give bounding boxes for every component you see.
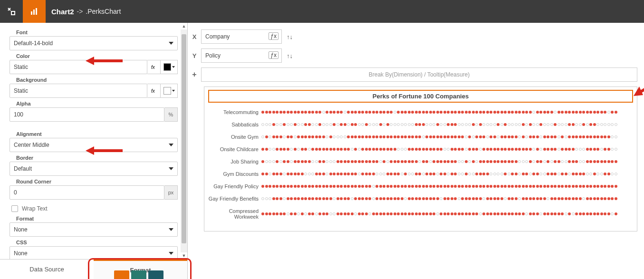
chart-row: Gay Friendly Policy: [208, 183, 633, 189]
background-swatch-picker[interactable]: [161, 84, 178, 98]
css-select[interactable]: None: [10, 246, 178, 259]
bottom-dock-icons: [114, 270, 163, 279]
wraptext-checkbox-row[interactable]: Wrap Text: [11, 205, 178, 212]
properties-scrollbar[interactable]: ▲ ▼: [181, 23, 187, 259]
background-label: Background: [16, 77, 178, 83]
roundcorner-label: Round Corner: [16, 179, 178, 184]
tab-data-source[interactable]: Data Source: [0, 260, 94, 279]
tools-icon[interactable]: [0, 0, 23, 23]
chart-row: Job Sharing: [208, 159, 633, 164]
chart-dots: [261, 197, 633, 200]
svg-rect-3: [36, 8, 37, 15]
wraptext-label: Wrap Text: [22, 205, 48, 212]
chart-row: Onsite Childcare: [208, 146, 633, 152]
color-fx-button[interactable]: fx: [147, 60, 161, 74]
chart-class-header: .PerksChart: [86, 8, 121, 15]
chart-dots: [261, 160, 633, 163]
chart-canvas-panel: X Companyƒx ↑↓ Y Policyƒx ↑↓ + Break By(…: [188, 23, 644, 279]
border-label: Border: [16, 155, 178, 161]
chart-title[interactable]: Perks of Fortune 100 Companies: [208, 90, 633, 103]
format-label: Format: [16, 216, 178, 221]
color-select[interactable]: Static: [10, 60, 147, 74]
x-axis-label: X: [188, 33, 201, 40]
color-swatch-white: [163, 87, 171, 95]
chart-row: Telecommuting: [208, 109, 633, 115]
chevron-down-icon: [169, 167, 173, 170]
fx-icon[interactable]: ƒx: [269, 32, 279, 40]
dock-icon-2[interactable]: [131, 270, 146, 279]
chart-dots: [261, 185, 633, 188]
chart-dots: [261, 135, 633, 138]
background-select[interactable]: Static: [10, 84, 147, 98]
color-swatch-black: [163, 63, 171, 71]
chart-row-label: Onsite Childcare: [208, 146, 261, 152]
color-swatch-picker[interactable]: [161, 60, 178, 74]
chart-dots: [261, 212, 633, 215]
chart-row: Gym Discounts: [208, 171, 633, 177]
properties-panel: Font Default-14-bold Color Static fx Bac…: [0, 23, 188, 279]
chevron-down-icon: [172, 90, 175, 92]
font-label: Font: [16, 29, 178, 35]
y-axis-field[interactable]: Policyƒx: [201, 48, 282, 63]
alpha-label: Alpha: [16, 101, 178, 106]
chart-row: Onsite Gym: [208, 134, 633, 140]
chart-row: Gay Friendly Benefits: [208, 196, 633, 202]
chart-dots: [261, 148, 633, 151]
add-axis-button[interactable]: +: [188, 70, 201, 79]
alignment-label: Alignment: [16, 131, 178, 137]
fx-icon[interactable]: ƒx: [269, 51, 279, 59]
chart-dots: [261, 123, 633, 126]
y-axis-label: Y: [188, 52, 201, 59]
chart-row-label: Onsite Gym: [208, 134, 261, 140]
roundcorner-unit: px: [164, 185, 178, 200]
format-select[interactable]: None: [10, 222, 178, 237]
font-select[interactable]: Default-14-bold: [10, 36, 178, 50]
chart-row-label: Gay Friendly Policy: [208, 183, 261, 189]
alpha-input[interactable]: 100: [10, 107, 164, 122]
breakby-field[interactable]: Break By(Dimension) / Tooltip(Measure): [201, 67, 637, 82]
chevron-down-icon: [169, 42, 173, 45]
scroll-down-icon[interactable]: ▼: [181, 252, 187, 259]
chart-dots: [261, 173, 633, 175]
chart-row: Compressed Workweek: [208, 208, 633, 220]
chevron-down-icon: [169, 228, 173, 231]
chevron-down-icon: [172, 66, 175, 68]
x-axis-field[interactable]: Companyƒx: [201, 29, 282, 44]
alignment-select[interactable]: Center Middle: [10, 138, 178, 152]
css-label: CSS: [16, 240, 178, 245]
dock-icon-3[interactable]: [148, 270, 163, 279]
checkbox-icon: [11, 205, 18, 212]
roundcorner-input[interactable]: 0: [10, 185, 164, 200]
chevron-down-icon: [169, 144, 173, 146]
chart-title-header: Chart2: [51, 8, 74, 16]
svg-rect-1: [31, 11, 32, 15]
alpha-unit: %: [164, 107, 178, 122]
scroll-up-icon[interactable]: ▲: [181, 23, 187, 29]
chart-area: Perks of Fortune 100 Companies Telecommu…: [204, 87, 637, 231]
background-fx-button[interactable]: fx: [147, 84, 161, 98]
chart-row-label: Gym Discounts: [208, 171, 261, 177]
svg-rect-2: [33, 10, 35, 15]
border-select[interactable]: Default: [10, 162, 178, 176]
chart-dots: [261, 111, 633, 114]
breadcrumb-arrow: ->: [77, 8, 83, 15]
chart-row-label: Telecommuting: [208, 109, 261, 115]
sort-icon[interactable]: ↑↓: [287, 33, 293, 40]
chart-row: Sabbaticals: [208, 122, 633, 127]
chart-row-label: Gay Friendly Benefits: [208, 196, 261, 202]
sort-icon[interactable]: ↑↓: [287, 52, 293, 59]
svg-text:fx: fx: [151, 65, 155, 70]
chart-row-label: Job Sharing: [208, 159, 261, 164]
chart-mode-icon[interactable]: [23, 0, 46, 23]
chart-row-label: Sabbaticals: [208, 122, 261, 127]
scroll-thumb[interactable]: [182, 34, 186, 243]
svg-rect-0: [11, 11, 15, 15]
chevron-down-icon: [169, 252, 173, 255]
svg-text:fx: fx: [151, 88, 155, 94]
dock-icon-1[interactable]: [114, 270, 129, 279]
app-header: Chart2 -> .PerksChart: [0, 0, 644, 23]
color-label: Color: [16, 53, 178, 59]
chart-row-label: Compressed Workweek: [208, 208, 261, 220]
